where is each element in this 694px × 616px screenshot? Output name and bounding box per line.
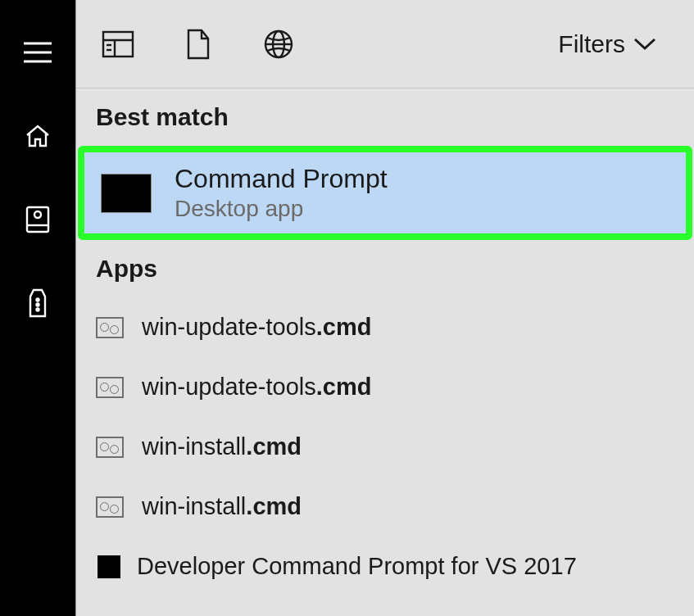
timeline-icon[interactable] [21,203,54,236]
cmd-file-icon [96,437,124,458]
app-result[interactable]: win-update-tools.cmd [76,357,694,417]
app-result[interactable]: Developer Command Prompt for VS 2017 [76,537,694,596]
svg-point-8 [37,309,39,311]
documents-filter-icon[interactable] [181,27,215,61]
best-match-result[interactable]: Command Prompt Desktop app [84,152,686,233]
command-prompt-icon [98,555,120,578]
apps-filter-icon[interactable] [101,27,135,61]
best-match-header: Best match [76,88,694,146]
app-result[interactable]: win-install.cmd [76,477,694,537]
result-subtitle: Desktop app [175,196,388,222]
cmd-file-icon [96,496,124,518]
home-icon[interactable] [21,120,54,152]
left-rail [0,0,75,616]
svg-point-7 [37,304,39,306]
results-content: Best match Command Prompt Desktop app Ap… [76,88,694,616]
result-labels: Command Prompt Desktop app [175,164,388,222]
app-title: win-install.cmd [142,433,302,460]
remote-icon[interactable] [21,287,54,319]
toolbar: Filters [76,0,694,88]
menu-icon[interactable] [21,36,54,69]
result-title: Command Prompt [175,164,388,194]
filters-label: Filters [558,30,625,58]
command-prompt-icon [101,174,152,213]
search-panel: Filters Best match Command Prompt Deskto… [75,0,694,616]
cmd-file-icon [96,377,124,398]
highlight-annotation: Command Prompt Desktop app [78,146,692,240]
app-title: win-install.cmd [142,493,302,520]
app-title: win-update-tools.cmd [142,314,371,341]
apps-list: win-update-tools.cmd win-update-tools.cm… [76,297,694,596]
app-title: win-update-tools.cmd [142,374,371,401]
web-filter-icon[interactable] [261,27,296,61]
svg-point-4 [34,211,41,218]
chevron-down-icon [633,38,656,51]
apps-header: Apps [76,240,694,297]
app-result[interactable]: win-install.cmd [76,417,694,477]
filters-button[interactable]: Filters [558,30,669,58]
cmd-file-icon [96,317,124,338]
svg-point-6 [37,299,39,301]
app-title: Developer Command Prompt for VS 2017 [137,553,577,580]
app-result[interactable]: win-update-tools.cmd [76,297,694,357]
